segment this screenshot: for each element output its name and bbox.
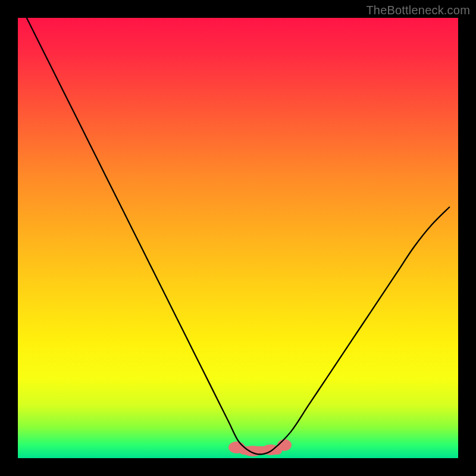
curve-path [27,18,449,455]
bottleneck-curve [18,18,458,458]
plot-area [18,18,458,458]
chart-frame: TheBottleneck.com [0,0,476,476]
watermark-text: TheBottleneck.com [366,4,470,17]
